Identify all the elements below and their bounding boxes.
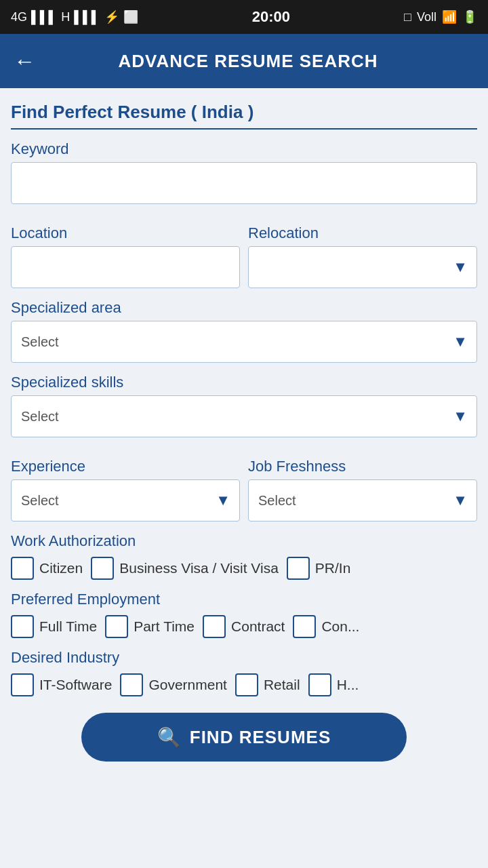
contract-checkbox-item[interactable]: Contract — [203, 615, 285, 638]
contract-checkbox[interactable] — [203, 615, 226, 638]
status-bar: 4G ▌▌▌ H ▌▌▌ ⚡ ⬜ 20:00 □ Voll 📶 🔋 — [0, 0, 488, 34]
section-title: Find Perfect Resume ( India ) — [11, 102, 477, 130]
full-time-checkbox[interactable] — [11, 615, 34, 638]
wifi-icon: 📶 — [442, 9, 457, 24]
page-title: ADVANCE RESUME SEARCH — [49, 51, 474, 72]
signal-bars: ▌▌▌ — [31, 10, 57, 24]
citizen-label: Citizen — [39, 560, 83, 576]
h-checkbox[interactable] — [308, 673, 331, 696]
con-checkbox-item[interactable]: Con... — [293, 615, 359, 638]
main-content: Find Perfect Resume ( India ) Keyword Lo… — [0, 88, 488, 789]
keyword-label: Keyword — [11, 140, 477, 158]
location-input[interactable] — [11, 246, 240, 288]
preferred-employment-label: Preferred Employment — [11, 591, 477, 608]
find-resumes-button[interactable]: 🔍 FIND RESUMES — [81, 713, 407, 762]
battery-icon: 🔋 — [462, 9, 477, 24]
business-visa-checkbox-item[interactable]: Business Visa / Visit Visa — [91, 557, 279, 580]
h-checkbox-item[interactable]: H... — [308, 673, 359, 696]
usb-icon: ⚡ — [104, 9, 119, 24]
desired-industry-label: Desired Industry — [11, 649, 477, 667]
government-checkbox-item[interactable]: Government — [120, 673, 227, 696]
business-visa-label: Business Visa / Visit Visa — [119, 560, 279, 576]
vibrate-icon: □ — [404, 10, 411, 24]
desired-industry-group: IT-Software Government Retail H... — [11, 673, 477, 696]
full-time-checkbox-item[interactable]: Full Time — [11, 615, 97, 638]
pr-checkbox-item[interactable]: PR/In — [287, 557, 351, 580]
specialized-skills-select[interactable]: Select — [11, 395, 477, 437]
government-label: Government — [148, 677, 227, 693]
retail-checkbox-item[interactable]: Retail — [235, 673, 300, 696]
specialized-area-select[interactable]: Select — [11, 321, 477, 363]
work-authorization-group: Citizen Business Visa / Visit Visa PR/In — [11, 557, 477, 580]
contract-label: Contract — [231, 618, 285, 635]
preferred-employment-group: Full Time Part Time Contract Con... — [11, 615, 477, 638]
con-checkbox[interactable] — [293, 615, 316, 638]
pr-checkbox[interactable] — [287, 557, 310, 580]
work-authorization-label: Work Authorization — [11, 532, 477, 550]
retail-checkbox[interactable] — [235, 673, 258, 696]
keyword-input[interactable] — [11, 162, 477, 204]
h-label: H... — [337, 677, 359, 693]
find-resumes-label: FIND RESUMES — [190, 727, 331, 748]
relocation-label: Relocation — [248, 224, 477, 242]
full-time-label: Full Time — [39, 618, 97, 635]
citizen-checkbox[interactable] — [11, 557, 34, 580]
pr-label: PR/In — [315, 560, 351, 576]
experience-wrapper: Select 0-1 Years 1-3 Years 3-5 Years 5+ … — [11, 479, 240, 521]
sim-icon: ⬜ — [123, 9, 138, 24]
network-h: H — [61, 10, 70, 24]
back-button[interactable]: ← — [14, 49, 35, 74]
it-software-checkbox[interactable] — [11, 673, 34, 696]
government-checkbox[interactable] — [120, 673, 143, 696]
job-freshness-wrapper: Select Last 1 Day Last 7 Days Last 30 Da… — [248, 479, 477, 521]
part-time-label: Part Time — [134, 618, 195, 635]
specialized-area-label: Specialized area — [11, 299, 477, 317]
part-time-checkbox-item[interactable]: Part Time — [105, 615, 195, 638]
relocation-select-wrapper: Yes No ▼ — [248, 246, 477, 288]
experience-label: Experience — [11, 458, 240, 475]
status-time: 20:00 — [252, 8, 290, 26]
signal-icon: 4G — [11, 10, 27, 24]
location-label: Location — [11, 224, 240, 242]
job-freshness-select[interactable]: Select Last 1 Day Last 7 Days Last 30 Da… — [248, 479, 477, 521]
specialized-skills-label: Specialized skills — [11, 374, 477, 391]
business-visa-checkbox[interactable] — [91, 557, 114, 580]
experience-select[interactable]: Select 0-1 Years 1-3 Years 3-5 Years 5+ … — [11, 479, 240, 521]
status-right: □ Voll 📶 🔋 — [404, 9, 477, 24]
status-left: 4G ▌▌▌ H ▌▌▌ ⚡ ⬜ — [11, 9, 138, 24]
volte-icon: Voll — [417, 10, 436, 24]
it-software-label: IT-Software — [39, 677, 112, 693]
relocation-select[interactable]: Yes No — [248, 246, 477, 288]
specialized-skills-wrapper: Select ▼ — [11, 395, 477, 437]
citizen-checkbox-item[interactable]: Citizen — [11, 557, 83, 580]
con-label: Con... — [321, 618, 359, 635]
specialized-area-wrapper: Select ▼ — [11, 321, 477, 363]
part-time-checkbox[interactable] — [105, 615, 128, 638]
job-freshness-label: Job Freshness — [248, 458, 477, 475]
it-software-checkbox-item[interactable]: IT-Software — [11, 673, 112, 696]
network-bars: ▌▌▌ — [74, 10, 100, 24]
search-icon: 🔍 — [157, 726, 182, 749]
header: ← ADVANCE RESUME SEARCH — [0, 34, 488, 88]
retail-label: Retail — [264, 677, 300, 693]
